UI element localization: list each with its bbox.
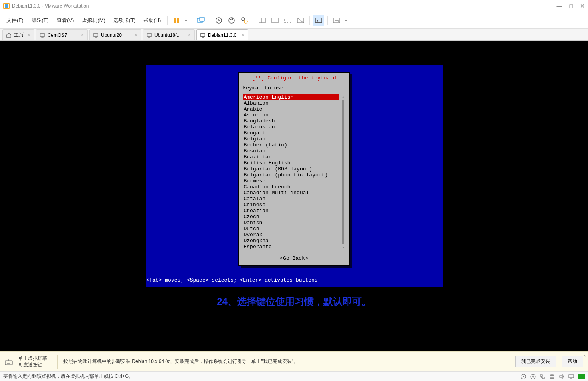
send-ctrl-alt-del-button[interactable] xyxy=(195,15,206,26)
keymap-option[interactable]: American English xyxy=(243,94,339,100)
svg-point-7 xyxy=(229,18,234,23)
svg-rect-2 xyxy=(174,18,176,23)
separator xyxy=(57,355,58,369)
window-minimize-button[interactable]: — xyxy=(557,3,562,9)
installer-go-back-button[interactable]: <Go Back> xyxy=(243,255,345,261)
vm-screen[interactable]: [!!] Configure the keyboard Keymap to us… xyxy=(146,65,443,287)
installer-scrollbar[interactable]: ▴ ▾ xyxy=(341,94,345,250)
pause-dropdown[interactable] xyxy=(184,15,188,26)
tab-close-button[interactable]: × xyxy=(187,33,191,37)
keymap-option[interactable]: Bosnian xyxy=(243,148,339,154)
menu-help[interactable]: 帮助(H) xyxy=(140,15,164,26)
keymap-option[interactable]: Danish xyxy=(243,220,339,226)
menubar: 文件(F) 编辑(E) 查看(V) 虚拟机(M) 选项卡(T) 帮助(H) xyxy=(0,12,588,29)
keymap-option[interactable]: Belgian xyxy=(243,136,339,142)
keymap-option[interactable]: Czech xyxy=(243,214,339,220)
tab-close-button[interactable]: × xyxy=(241,33,245,37)
keymap-option[interactable]: Arabic xyxy=(243,106,339,112)
tab-close-button[interactable]: × xyxy=(27,33,31,37)
keymap-option[interactable]: Bangladesh xyxy=(243,118,339,124)
scroll-up-icon[interactable]: ▴ xyxy=(342,94,344,99)
view-unity-button[interactable] xyxy=(295,15,306,26)
svg-point-35 xyxy=(531,374,535,379)
quick-switch-button[interactable] xyxy=(313,15,324,26)
vm-icon xyxy=(147,32,152,38)
menu-vm[interactable]: 虚拟机(M) xyxy=(79,15,109,26)
help-button[interactable]: 帮助 xyxy=(562,356,583,367)
status-network-icon[interactable] xyxy=(539,373,546,380)
svg-rect-18 xyxy=(333,18,340,23)
menu-tabs[interactable]: 选项卡(T) xyxy=(110,15,139,26)
menu-view[interactable]: 查看(V) xyxy=(53,15,77,26)
status-display-icon[interactable] xyxy=(568,373,574,380)
keymap-option[interactable]: Bengali xyxy=(243,130,339,136)
tab-ubuntu18[interactable]: Ubuntu18(... × xyxy=(143,29,195,40)
keymap-option[interactable]: Esperanto xyxy=(243,244,339,250)
keymap-option[interactable]: Bulgarian (BDS layout) xyxy=(243,166,339,172)
svg-rect-5 xyxy=(200,17,204,21)
keymap-option[interactable]: Brazilian xyxy=(243,154,339,160)
tab-centos7[interactable]: CentOS7 × xyxy=(36,29,88,40)
window-close-button[interactable]: ✕ xyxy=(580,3,585,9)
scroll-down-icon[interactable]: ▾ xyxy=(342,245,344,250)
tab-home-label: 主页 xyxy=(14,32,24,38)
status-sound-icon[interactable] xyxy=(558,373,565,380)
tab-home[interactable]: 主页 × xyxy=(2,29,34,40)
keymap-option[interactable]: Croatian xyxy=(243,208,339,214)
snapshot-manage-button[interactable] xyxy=(239,15,250,26)
installer-list: American EnglishAlbanianArabicAsturianBa… xyxy=(243,94,345,250)
snapshot-revert-button[interactable] xyxy=(226,15,237,26)
pause-button[interactable] xyxy=(171,15,182,26)
infobar-close-button[interactable]: × xyxy=(583,353,586,358)
tab-close-button[interactable]: × xyxy=(134,33,138,37)
menu-file[interactable]: 文件(F) xyxy=(3,15,27,26)
view-console-button[interactable] xyxy=(269,15,281,26)
keymap-option[interactable]: Canadian Multilingual xyxy=(243,190,339,196)
installer-prompt: Keymap to use: xyxy=(243,85,345,91)
keymap-option[interactable]: Albanian xyxy=(243,100,339,106)
keymap-option[interactable]: Berber (Latin) xyxy=(243,142,339,148)
install-done-button[interactable]: 我已完成安装 xyxy=(515,356,556,367)
keymap-option[interactable]: Dvorak xyxy=(243,232,339,238)
vm-icon xyxy=(40,32,45,38)
view-fullscreen-button[interactable] xyxy=(282,15,293,26)
tab-ubuntu20[interactable]: Ubuntu20 × xyxy=(89,29,141,40)
scroll-track[interactable] xyxy=(342,100,344,244)
keymap-option[interactable]: Dzongkha xyxy=(243,238,339,244)
keymap-option[interactable]: Catalan xyxy=(243,196,339,202)
annotation-text: 24、选择键位使用习惯，默认即可。 xyxy=(217,295,371,308)
status-cd-icon[interactable] xyxy=(530,373,536,380)
keymap-option[interactable]: British English xyxy=(243,160,339,166)
status-printer-icon[interactable] xyxy=(549,373,555,380)
window-titlebar: Debian11.3.0 - VMware Workstation — □ ✕ xyxy=(0,0,588,12)
menu-edit[interactable]: 编辑(E) xyxy=(28,15,52,26)
home-icon xyxy=(6,32,12,38)
svg-rect-10 xyxy=(259,18,265,23)
svg-rect-3 xyxy=(177,18,179,23)
vm-display-area[interactable]: [!!] Configure the keyboard Keymap to us… xyxy=(0,41,588,351)
window-maximize-button[interactable]: □ xyxy=(570,3,573,9)
vm-icon xyxy=(93,32,99,38)
keymap-option[interactable]: Chinese xyxy=(243,202,339,208)
keymap-option[interactable]: Dutch xyxy=(243,226,339,232)
keymap-option[interactable]: Canadian French xyxy=(243,184,339,190)
svg-rect-27 xyxy=(5,361,12,365)
tab-label: Ubuntu18(... xyxy=(154,32,181,38)
tab-label: Debian11.3.0 xyxy=(208,32,236,38)
keymap-option[interactable]: Belarusian xyxy=(243,124,339,130)
stretch-dropdown[interactable] xyxy=(344,15,348,26)
keymap-option[interactable]: Asturian xyxy=(243,112,339,118)
snapshot-take-button[interactable] xyxy=(213,15,224,26)
status-hdd-icon[interactable] xyxy=(520,373,527,380)
keymap-option[interactable]: Burmese xyxy=(243,178,339,184)
window-title: Debian11.3.0 - VMware Workstation xyxy=(12,3,557,9)
tabbar: 主页 × CentOS7 × Ubuntu20 × Ubuntu18(... ×… xyxy=(0,29,588,41)
svg-rect-16 xyxy=(315,18,322,23)
keymap-option[interactable]: Bulgarian (phonetic layout) xyxy=(243,172,339,178)
keyboard-icon xyxy=(5,359,13,365)
stretch-button[interactable] xyxy=(331,15,342,26)
status-message-icon[interactable] xyxy=(578,374,585,379)
view-single-button[interactable] xyxy=(257,15,268,26)
tab-close-button[interactable]: × xyxy=(80,33,84,37)
tab-debian11[interactable]: Debian11.3.0 × xyxy=(196,29,248,40)
